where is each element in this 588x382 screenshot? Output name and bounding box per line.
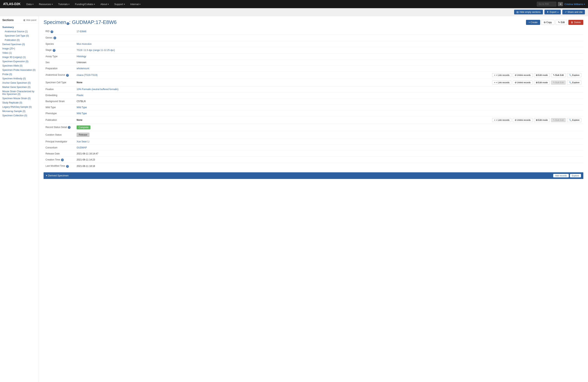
sidebar-item-image[interactable]: Image (25+) <box>0 46 39 51</box>
sidebar-item-derived-specimen[interactable]: Derived Specimen (0) <box>0 42 39 46</box>
goto-rid-input[interactable] <box>537 2 556 6</box>
nav-right: ➜ Cristina Williams ▾ <box>537 2 585 6</box>
sidebar-item-specimen-mouse-strain[interactable]: Specimen Mouse Strain (0) <box>0 96 39 101</box>
hide-panel-button[interactable]: ◧ Hide panel <box>23 19 36 21</box>
publication-unlink-button[interactable]: ⊘ Unlink records <box>513 118 533 122</box>
nav-support[interactable]: Support ▾ <box>112 1 127 7</box>
anatomical-source-link-button[interactable]: + + Link records <box>492 73 511 77</box>
goto-rid-button[interactable]: ➜ <box>558 2 563 6</box>
rid-info-icon[interactable]: ⓘ <box>51 30 53 33</box>
nav-funding[interactable]: Funding/Collabs ▾ <box>73 1 97 7</box>
nav-about[interactable]: About ▾ <box>98 1 111 7</box>
value-last-modified: 2021-08-11 18:18 <box>75 163 242 169</box>
publication-explore-button[interactable]: 🔍 Explore <box>567 118 581 122</box>
sidebar-item-anatomical-source[interactable]: Anatomical Source (1) <box>0 29 39 34</box>
stage-link[interactable]: TS19: 11.5 dpc (range 11-12.25 dpc) <box>77 49 115 52</box>
page-title-info-icon[interactable]: ⓘ <box>66 22 69 25</box>
publication-edit-mode-button[interactable]: ⊞ Edit mode <box>534 118 550 122</box>
anatomical-source-info-icon[interactable]: ⓘ <box>66 74 69 77</box>
pi-link[interactable]: Xue Sean Li <box>77 140 89 143</box>
export-button[interactable]: ⬆ Export ▾ <box>545 10 561 14</box>
sidebar-item-rnaseq[interactable]: Legacy RNASeq Sample (0) <box>0 105 39 109</box>
sidebar-item-summary[interactable]: Summary <box>0 25 39 29</box>
sidebar-item-image3d[interactable]: Image 3D (Legacy) (1) <box>0 55 39 59</box>
specimen-cell-type-explore-button[interactable]: 🔍 Explore <box>567 81 581 85</box>
value-publication: None <box>75 116 242 124</box>
sidebar-item-video[interactable]: Video (1) <box>0 51 39 55</box>
creation-time-info-icon[interactable]: ⓘ <box>61 159 64 161</box>
actions-assay-type <box>242 53 583 59</box>
sidebar-item-collection[interactable]: Specimen Collection (0) <box>0 113 39 118</box>
nav-resources-chevron: ▾ <box>52 3 53 5</box>
specimen-cell-type-edit-mode-button[interactable]: ⊞ Edit mode <box>534 81 550 85</box>
sidebar: Sections ◧ Hide panel Summary Anatomical… <box>0 16 39 382</box>
rid-link[interactable]: 17-E8W6 <box>77 30 86 33</box>
preparation-link[interactable]: wholemount <box>77 67 89 70</box>
genes-info-icon[interactable]: ⓘ <box>53 37 56 39</box>
sidebar-item-specimen-allele[interactable]: Specimen Allele (0) <box>0 64 39 68</box>
row-embedding: Embedding Plastic <box>43 92 583 98</box>
fixation-link[interactable]: 10% Formalin (neutral buffered formalin) <box>77 88 118 91</box>
sidebar-item-specimen-antibody[interactable]: Specimen Antibody (0) <box>0 76 39 81</box>
label-publication: Publication <box>43 116 75 124</box>
anatomical-source-unlink-button[interactable]: ⊘ Unlink records <box>513 73 533 77</box>
actions-phenotype <box>242 110 583 116</box>
nav-internal[interactable]: Internal ▾ <box>128 1 142 7</box>
anatomical-source-link[interactable]: cloaca (TS19-TS19) <box>77 74 97 76</box>
derived-explore-button[interactable]: Explore <box>570 174 581 177</box>
nav-support-chevron: ▾ <box>124 3 125 5</box>
sidebar-item-mouse-strain[interactable]: Mouse Strain Characterized by this Speci… <box>0 89 39 96</box>
stage-info-icon[interactable]: ⓘ <box>53 49 55 52</box>
nav-resources[interactable]: Resources ▾ <box>37 1 55 7</box>
row-background-strain: Background Strain C57BL/6 <box>43 98 583 104</box>
sidebar-item-study-replicate[interactable]: Study Replicate (0) <box>0 101 39 105</box>
sidebar-item-specimen-expression[interactable]: Specimen Expression (0) <box>0 59 39 64</box>
sidebar-item-specimen-cell-type[interactable]: Specimen Cell Type (0) <box>0 34 39 38</box>
section-chevron[interactable]: ▾ <box>46 174 47 177</box>
row-creation-time: Creation Time ⓘ 2021-08-11 14:23 <box>43 157 583 163</box>
actions-sex <box>242 59 583 65</box>
sidebar-item-publication[interactable]: Publication (0) <box>0 38 39 42</box>
consortium-link[interactable]: GUDMAP <box>77 146 87 149</box>
delete-button[interactable]: 🗑 Delete <box>568 20 583 25</box>
anatomical-source-bulk-edit-button[interactable]: ✎ Bulk Edit <box>551 73 566 77</box>
value-fixation: 10% Formalin (neutral buffered formalin) <box>75 86 242 92</box>
sidebar-item-marker-gene[interactable]: Marker Gene Specimen (0) <box>0 85 39 89</box>
specimen-cell-type-link-button[interactable]: + + Link records <box>492 81 511 85</box>
content: Specimenⓘ: GUDMAP:17-E8W6 + Create ⧉ Cop… <box>39 16 588 382</box>
copy-icon: ⧉ <box>544 21 546 24</box>
specimen-cell-type-unlink-button[interactable]: ⊘ Unlink records <box>513 81 533 85</box>
user-menu[interactable]: Cristina Williams ▾ <box>565 3 585 6</box>
assay-type-link[interactable]: Histology <box>77 55 86 58</box>
publication-link-button[interactable]: + + Link records <box>492 118 511 122</box>
copy-button[interactable]: ⧉ Copy <box>541 20 554 25</box>
species-link[interactable]: Mus musculus <box>77 42 92 45</box>
sidebar-item-probe[interactable]: Probe (0) <box>0 72 39 76</box>
create-button[interactable]: + Create <box>526 20 540 25</box>
edit-mode-icon-2: ⊞ <box>536 81 538 84</box>
share-cite-button[interactable]: ↗ Share and cite <box>562 10 585 14</box>
hide-empty-button[interactable]: ▤ Hide empty sections <box>514 10 543 14</box>
nav-tutorials[interactable]: Tutorials ▾ <box>56 1 71 7</box>
edit-button[interactable]: ✎ Edit <box>556 20 567 25</box>
record-status-info-icon[interactable]: ⓘ <box>68 126 71 129</box>
embedding-link[interactable]: Plastic <box>77 94 84 97</box>
value-genes <box>75 35 242 41</box>
phenotype-link[interactable]: Wild Type <box>77 112 87 115</box>
row-sex: Sex Unknown <box>43 59 583 65</box>
last-modified-info-icon[interactable]: ⓘ <box>66 165 69 168</box>
anatomical-source-edit-mode-button[interactable]: ⊞ Edit mode <box>534 73 550 77</box>
sidebar-item-microarray[interactable]: Microarray Sample (0) <box>0 109 39 113</box>
anatomical-source-explore-button[interactable]: 🔍 Explore <box>567 73 581 77</box>
actions-anatomical-source: + + Link records ⊘ Unlink records ⊞ Edit… <box>242 71 583 79</box>
value-specimen-cell-type: None <box>75 79 242 86</box>
sidebar-item-anchor-gene[interactable]: Anchor Gene Specimen (0) <box>0 81 39 85</box>
nav-data[interactable]: Data ▾ <box>24 1 35 7</box>
sidebar-item-probe-association[interactable]: Specimen Probe Association (0) <box>0 68 39 72</box>
value-preparation: wholemount <box>75 65 242 71</box>
row-species: Species Mus musculus <box>43 41 583 47</box>
derived-add-button[interactable]: Add records <box>553 174 568 177</box>
label-fixation: Fixation <box>43 86 75 92</box>
wild-type-link[interactable]: Wild Type <box>77 106 87 109</box>
value-embedding: Plastic <box>75 92 242 98</box>
